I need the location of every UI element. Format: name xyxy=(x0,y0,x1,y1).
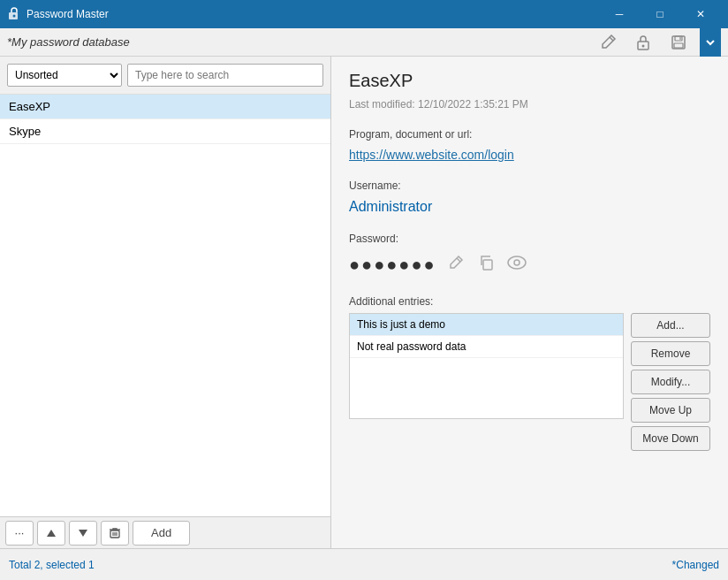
list-item[interactable]: EaseXP xyxy=(0,95,330,119)
url-label: Program, document or url: xyxy=(349,128,710,141)
floppy-icon xyxy=(670,34,687,51)
menu-bar: *My password database xyxy=(0,28,728,57)
search-input[interactable] xyxy=(127,64,323,87)
additional-entries-list: This is just a demo Not real password da… xyxy=(349,313,624,419)
status-bar: Total 2, selected 1 *Changed xyxy=(0,548,728,580)
entry-name: Skype xyxy=(9,125,41,138)
maximize-button[interactable]: □ xyxy=(640,0,680,28)
status-total-label: Total 2, selected xyxy=(9,559,88,571)
svg-rect-13 xyxy=(483,260,492,270)
svg-point-15 xyxy=(514,260,519,265)
svg-point-1 xyxy=(13,15,16,18)
additional-modify-button[interactable]: Modify... xyxy=(631,370,710,394)
additional-remove-button[interactable]: Remove xyxy=(631,341,710,366)
last-modified: Last modified: 12/10/2022 1:35:21 PM xyxy=(349,98,710,111)
main-layout: Unsorted All Favorites EaseXP Skype ··· xyxy=(0,57,728,548)
dropdown-button[interactable] xyxy=(700,28,721,57)
save-toolbar-button[interactable] xyxy=(664,30,693,55)
pencil-icon xyxy=(447,254,465,271)
additional-entries-buttons: Add... Remove Modify... Move Up Move Dow… xyxy=(631,313,710,451)
close-button[interactable]: ✕ xyxy=(680,0,721,28)
status-changed: *Changed xyxy=(672,559,719,571)
entry-name: EaseXP xyxy=(9,100,50,113)
additional-move-down-button[interactable]: Move Down xyxy=(631,426,710,451)
edit-toolbar-button[interactable] xyxy=(594,30,622,55)
password-row: ●●●●●●● xyxy=(349,252,710,278)
menu-button[interactable]: ··· xyxy=(5,521,34,546)
username-value: Administrator xyxy=(349,199,710,215)
additional-add-button[interactable]: Add... xyxy=(631,313,710,338)
status-selected-count: 1 xyxy=(88,559,95,571)
svg-point-14 xyxy=(508,256,526,269)
edit-password-button[interactable] xyxy=(445,252,466,278)
minimize-button[interactable]: ─ xyxy=(599,0,640,28)
left-panel-toolbar: Unsorted All Favorites xyxy=(0,57,330,95)
entries-list: EaseXP Skype xyxy=(0,95,330,516)
url-value[interactable]: https://www.website.com/login xyxy=(349,148,710,162)
filter-row: Unsorted All Favorites xyxy=(7,64,323,87)
additional-entries-label: Additional entries: xyxy=(349,295,710,308)
window-controls: ─ □ ✕ xyxy=(599,0,721,28)
lock-icon xyxy=(634,34,652,51)
dots-icon: ··· xyxy=(15,526,25,539)
additional-entry-item[interactable]: Not real password data xyxy=(350,336,623,358)
status-left: Total 2, selected 1 xyxy=(9,559,95,571)
additional-entries-section: Additional entries: This is just a demo … xyxy=(349,295,710,451)
app-title: Password Master xyxy=(27,8,599,20)
toolbar-right xyxy=(594,28,721,57)
svg-point-3 xyxy=(642,44,645,47)
username-label: Username: xyxy=(349,179,710,192)
pencil-icon xyxy=(599,34,617,51)
database-title: *My password database xyxy=(7,35,130,49)
right-panel: EaseXP Last modified: 12/10/2022 1:35:21… xyxy=(331,57,728,548)
left-bottom-toolbar: ··· xyxy=(0,516,330,548)
password-label: Password: xyxy=(349,233,710,245)
up-arrow-icon xyxy=(46,528,57,538)
view-password-button[interactable] xyxy=(505,254,528,276)
trash-icon xyxy=(109,527,121,539)
chevron-down-icon xyxy=(705,37,716,48)
svg-rect-6 xyxy=(674,43,683,48)
left-panel: Unsorted All Favorites EaseXP Skype ··· xyxy=(0,57,331,548)
eye-icon xyxy=(507,256,527,270)
move-up-button[interactable] xyxy=(37,521,65,546)
lock-toolbar-button[interactable] xyxy=(629,30,657,55)
filter-select[interactable]: Unsorted All Favorites xyxy=(7,64,122,87)
copy-password-button[interactable] xyxy=(475,252,497,278)
down-arrow-icon xyxy=(78,528,88,538)
app-icon xyxy=(7,7,21,21)
entry-title: EaseXP xyxy=(349,71,710,91)
add-entry-button[interactable]: Add xyxy=(133,521,190,546)
delete-button[interactable] xyxy=(101,521,129,546)
additional-entries-layout: This is just a demo Not real password da… xyxy=(349,313,710,451)
copy-icon xyxy=(477,254,495,271)
additional-move-up-button[interactable]: Move Up xyxy=(631,398,710,423)
title-bar: Password Master ─ □ ✕ xyxy=(0,0,728,28)
move-down-button[interactable] xyxy=(69,521,97,546)
list-item[interactable]: Skype xyxy=(0,119,330,144)
password-dots: ●●●●●●● xyxy=(349,255,436,275)
additional-entry-item[interactable]: This is just a demo xyxy=(350,314,623,336)
